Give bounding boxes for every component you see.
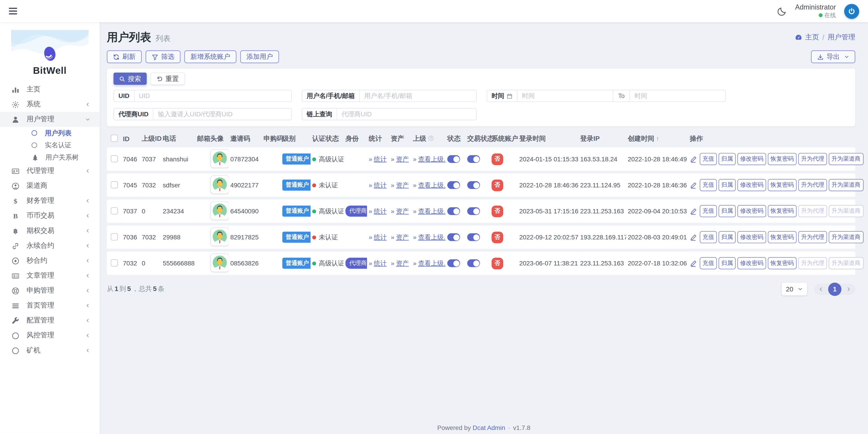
refresh-button[interactable]: 刷新 [107,51,142,63]
op-restore-password-button[interactable]: 恢复密码 [768,153,797,165]
trade-status-toggle[interactable] [467,233,480,241]
add-user-button[interactable]: 添加用户 [240,51,279,63]
op-attribution-button[interactable]: 归属 [719,153,736,165]
admin-avatar[interactable] [844,4,859,19]
user-avatar[interactable] [211,175,229,194]
assets-link[interactable]: 资产 [396,207,409,214]
op-recharge-button[interactable]: 充值 [700,153,717,165]
time-to-input[interactable] [630,90,725,102]
edit-icon[interactable] [690,233,697,241]
edit-icon[interactable] [690,155,697,163]
status-toggle[interactable] [447,155,460,163]
op-recharge-button[interactable]: 充值 [700,205,717,217]
parent-link[interactable]: 查看上级... [418,207,445,214]
user-avatar[interactable] [211,201,229,220]
stats-link[interactable]: 统计 [374,260,386,266]
dark-mode-moon-icon[interactable] [777,6,787,16]
op-change-password-button[interactable]: 修改密码 [737,153,766,165]
sidebar-item-5[interactable]: $财务管理 [0,194,100,208]
status-toggle[interactable] [447,181,460,189]
op-restore-password-button[interactable]: 恢复密码 [768,205,797,217]
prev-page-button[interactable] [818,286,824,292]
search-button[interactable]: 搜索 [114,73,147,85]
select-all-checkbox[interactable] [111,135,118,142]
admin-info[interactable]: Administrator 在线 [795,3,836,19]
op-promote-channel-button[interactable]: 升为渠道商 [829,179,863,191]
hamburger-menu-icon[interactable] [9,6,17,16]
add-system-account-button[interactable]: 新增系统账户 [184,51,237,63]
op-recharge-button[interactable]: 充值 [700,179,717,191]
op-change-password-button[interactable]: 修改密码 [737,257,766,269]
sidebar-item-2[interactable]: 用户管理 [0,112,100,127]
op-restore-password-button[interactable]: 恢复密码 [768,179,797,191]
edit-icon[interactable] [690,207,697,215]
trade-status-toggle[interactable] [467,155,480,163]
sidebar-item-6[interactable]: B币币交易 [0,208,100,223]
op-promote-channel-button[interactable]: 升为渠道商 [829,205,863,217]
sidebar-item-7[interactable]: ฿期权交易 [0,223,100,238]
sidebar-subitem-2-1[interactable]: 实名认证 [0,139,100,151]
assets-link[interactable]: 资产 [396,260,409,266]
chain-query-input[interactable] [337,109,476,120]
trade-status-toggle[interactable] [467,207,480,215]
status-toggle[interactable] [447,233,460,241]
stats-link[interactable]: 统计 [374,207,386,214]
assets-link[interactable]: 资产 [396,233,409,240]
sidebar-item-12[interactable]: 首页管理 [0,298,100,313]
op-promote-channel-button[interactable]: 升为渠道商 [829,257,863,269]
op-restore-password-button[interactable]: 恢复密码 [768,257,797,269]
user-avatar[interactable] [211,227,229,246]
current-page[interactable]: 1 [828,282,842,296]
op-promote-agent-button[interactable]: 升为代理 [798,153,827,165]
filter-button[interactable]: 筛选 [146,51,180,63]
sidebar-item-0[interactable]: 主页 [0,82,100,97]
row-checkbox[interactable] [111,259,118,266]
user-avatar[interactable] [211,149,229,168]
op-promote-agent-button[interactable]: 升为代理 [798,257,827,269]
username-input[interactable] [360,90,476,102]
op-attribution-button[interactable]: 归属 [719,257,736,269]
sidebar-subitem-2-2[interactable]: 用户关系树 [0,151,100,164]
sidebar-item-11[interactable]: 申购管理 [0,283,100,298]
op-attribution-button[interactable]: 归属 [719,179,736,191]
user-avatar[interactable] [211,253,229,272]
op-attribution-button[interactable]: 归属 [719,231,736,243]
row-checkbox[interactable] [111,155,118,162]
parent-link[interactable]: 查看上级... [418,233,445,240]
op-promote-agent-button[interactable]: 升为代理 [798,179,827,191]
sidebar-item-14[interactable]: 风控管理 [0,328,100,343]
trade-status-toggle[interactable] [467,181,480,189]
row-checkbox[interactable] [111,207,118,214]
sidebar-item-1[interactable]: 系统 [0,97,100,112]
op-promote-agent-button[interactable]: 升为代理 [798,205,827,217]
export-button[interactable]: 导出 [811,51,855,63]
assets-link[interactable]: 资产 [396,181,409,188]
reset-button[interactable]: 重置 [151,73,185,85]
time-from-input[interactable] [518,90,613,102]
op-change-password-button[interactable]: 修改密码 [737,179,766,191]
sidebar-item-3[interactable]: 代理管理 [0,163,100,178]
assets-link[interactable]: 资产 [396,155,409,162]
uid-input[interactable] [134,90,291,102]
op-change-password-button[interactable]: 修改密码 [737,231,766,243]
breadcrumb-current[interactable]: 用户管理 [828,33,855,42]
page-size-select[interactable]: 20 [781,283,807,295]
op-promote-channel-button[interactable]: 升为渠道商 [829,231,863,243]
op-restore-password-button[interactable]: 恢复密码 [768,231,797,243]
edit-icon[interactable] [690,181,697,189]
stats-link[interactable]: 统计 [374,233,386,240]
sidebar-item-9[interactable]: 秒合约 [0,253,100,268]
row-checkbox[interactable] [111,181,118,188]
parent-link[interactable]: 查看上级... [418,260,445,266]
sidebar-item-4[interactable]: 渠道商 [0,178,100,194]
sidebar-item-13[interactable]: 配置管理 [0,313,100,328]
sidebar-item-8[interactable]: 永续合约 [0,238,100,253]
row-checkbox[interactable] [111,233,118,240]
stats-link[interactable]: 统计 [374,155,386,162]
parent-link[interactable]: 查看上级... [418,181,445,188]
op-promote-channel-button[interactable]: 升为渠道商 [829,153,863,165]
status-toggle[interactable] [447,259,460,267]
status-toggle[interactable] [447,207,460,215]
trade-status-toggle[interactable] [467,259,480,267]
sidebar-item-15[interactable]: 矿机 [0,343,100,358]
